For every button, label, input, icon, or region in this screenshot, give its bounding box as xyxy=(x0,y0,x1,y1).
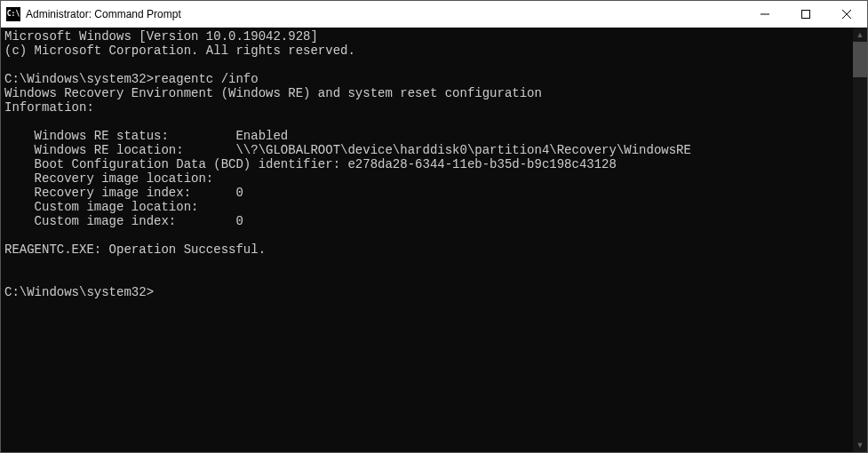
scroll-up-arrow-icon[interactable]: ▲ xyxy=(853,28,867,42)
window-title: Administrator: Command Prompt xyxy=(26,8,181,20)
svg-rect-1 xyxy=(802,11,810,19)
prompt-line: C:\Windows\system32> xyxy=(4,285,154,299)
terminal-container: Microsoft Windows [Version 10.0.19042.92… xyxy=(1,28,867,452)
output-line: Recovery image location: xyxy=(4,171,213,186)
output-line: Custom image index: 0 xyxy=(4,214,243,228)
maximize-button[interactable] xyxy=(785,1,826,28)
prompt-line: C:\Windows\system32>reagentc /info xyxy=(4,72,259,86)
output-line: Boot Configuration Data (BCD) identifier… xyxy=(4,157,617,171)
cmd-icon-text: C:\ xyxy=(7,11,20,18)
output-line: Windows RE location: \\?\GLOBALROOT\devi… xyxy=(4,143,691,157)
titlebar-left: C:\ Administrator: Command Prompt xyxy=(1,7,181,21)
vertical-scrollbar[interactable]: ▲ ▼ xyxy=(853,28,867,452)
window-controls xyxy=(745,1,867,28)
close-button[interactable] xyxy=(826,1,867,28)
cmd-icon: C:\ xyxy=(6,7,20,21)
scroll-thumb[interactable] xyxy=(853,42,867,77)
minimize-button[interactable] xyxy=(745,1,785,28)
scroll-down-arrow-icon[interactable]: ▼ xyxy=(853,438,867,452)
terminal-output[interactable]: Microsoft Windows [Version 10.0.19042.92… xyxy=(1,28,853,452)
command-prompt-window: C:\ Administrator: Command Prompt Micros… xyxy=(0,0,868,453)
output-line: Windows Recovery Environment (Windows RE… xyxy=(4,86,542,100)
output-line: (c) Microsoft Corporation. All rights re… xyxy=(4,44,355,58)
output-line: Custom image location: xyxy=(4,200,198,214)
output-line: REAGENTC.EXE: Operation Successful. xyxy=(4,242,266,257)
output-line: Microsoft Windows [Version 10.0.19042.92… xyxy=(4,29,318,44)
output-line: Windows RE status: Enabled xyxy=(4,129,288,143)
output-line: Information: xyxy=(4,100,94,115)
titlebar[interactable]: C:\ Administrator: Command Prompt xyxy=(1,1,867,28)
output-line: Recovery image index: 0 xyxy=(4,186,243,200)
